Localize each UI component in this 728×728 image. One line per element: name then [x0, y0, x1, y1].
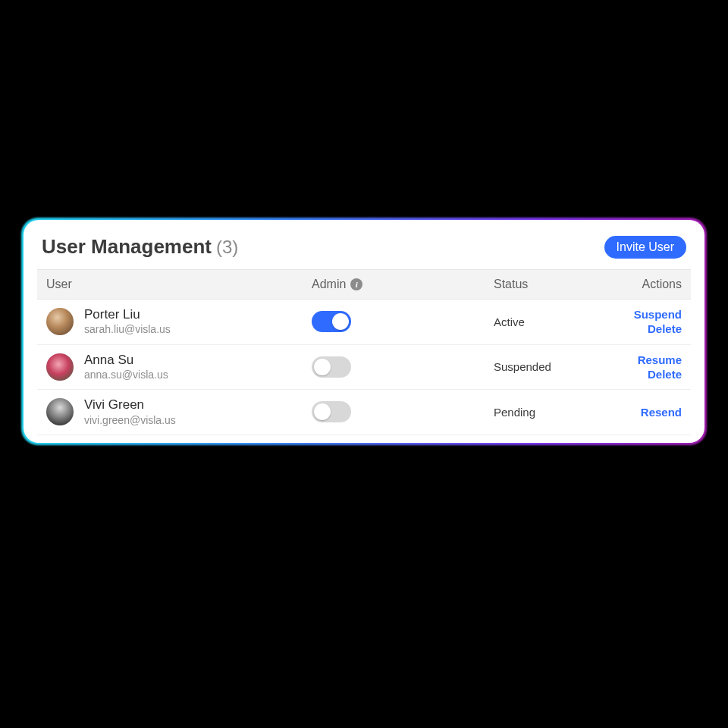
invite-user-button[interactable]: Invite User: [604, 236, 686, 259]
table-row: Porter Liu sarah.liu@visla.us Active Sus…: [37, 300, 691, 345]
actions-cell: Suspend Delete: [623, 308, 682, 335]
resend-link[interactable]: Resend: [641, 406, 682, 419]
table-row: Anna Su anna.su@visla.us Suspended Resum…: [37, 345, 691, 391]
avatar: [46, 308, 74, 335]
actions-cell: Resend: [623, 406, 682, 419]
card-header: User Management (3) Invite User: [37, 232, 691, 269]
delete-link[interactable]: Delete: [648, 368, 682, 381]
delete-link[interactable]: Delete: [648, 322, 682, 335]
admin-cell: [312, 401, 494, 422]
table-row: Vivi Green vivi.green@visla.us Pending R…: [37, 390, 691, 435]
user-identity: Porter Liu sarah.liu@visla.us: [84, 307, 171, 337]
user-name: Vivi Green: [84, 397, 176, 413]
user-email: vivi.green@visla.us: [84, 413, 176, 427]
admin-cell: [312, 311, 494, 332]
resume-link[interactable]: Resume: [638, 353, 682, 366]
user-identity: Vivi Green vivi.green@visla.us: [84, 397, 176, 427]
user-count: (3): [216, 237, 238, 258]
user-cell: Porter Liu sarah.liu@visla.us: [46, 307, 312, 337]
user-name: Anna Su: [84, 353, 168, 368]
admin-toggle[interactable]: [312, 401, 351, 422]
avatar: [46, 353, 74, 381]
user-cell: Vivi Green vivi.green@visla.us: [46, 397, 312, 427]
admin-toggle[interactable]: [312, 356, 351, 378]
column-header-user: User: [46, 278, 312, 291]
page-title: User Management: [42, 235, 212, 259]
info-icon[interactable]: i: [350, 278, 362, 290]
actions-cell: Resume Delete: [623, 353, 682, 381]
column-header-admin: Admin i: [312, 278, 494, 291]
admin-cell: [312, 356, 494, 378]
user-name: Porter Liu: [84, 307, 171, 322]
status-cell: Active: [494, 315, 623, 328]
column-header-admin-label: Admin: [312, 278, 346, 291]
user-cell: Anna Su anna.su@visla.us: [46, 353, 312, 382]
suspend-link[interactable]: Suspend: [634, 308, 682, 321]
title-block: User Management (3): [42, 235, 238, 259]
column-header-status: Status: [494, 278, 623, 291]
toggle-knob: [332, 313, 349, 330]
card-body: User Management (3) Invite User User Adm…: [24, 220, 704, 443]
toggle-knob: [314, 359, 331, 375]
admin-toggle[interactable]: [312, 311, 351, 332]
status-cell: Suspended: [494, 360, 623, 373]
users-table: User Admin i Status Actions Porter Liu s…: [37, 269, 691, 435]
avatar: [46, 398, 74, 425]
table-header-row: User Admin i Status Actions: [37, 269, 691, 300]
column-header-actions: Actions: [623, 278, 682, 291]
status-cell: Pending: [494, 406, 623, 419]
user-management-card: User Management (3) Invite User User Adm…: [24, 220, 704, 443]
toggle-knob: [314, 403, 331, 420]
user-email: anna.su@visla.us: [84, 368, 168, 381]
user-identity: Anna Su anna.su@visla.us: [84, 353, 168, 382]
user-email: sarah.liu@visla.us: [84, 322, 171, 336]
